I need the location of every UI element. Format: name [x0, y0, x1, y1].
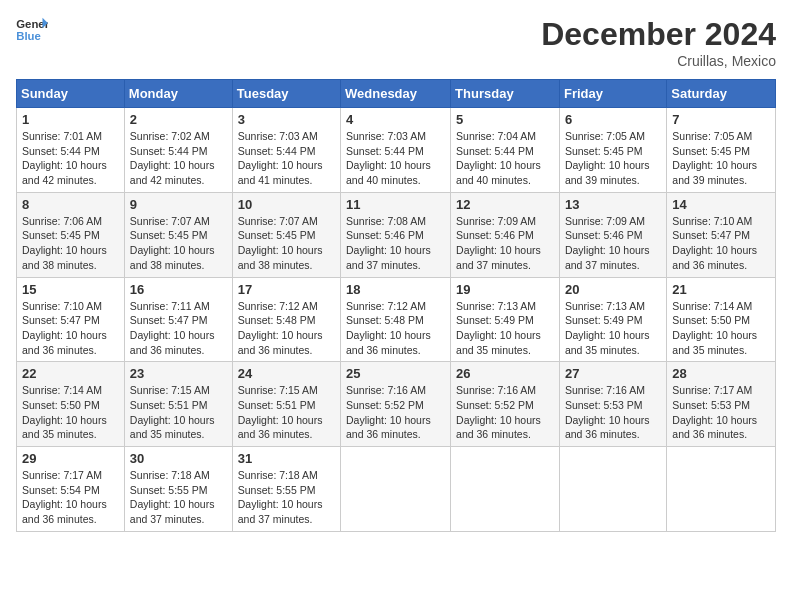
- day-info: Sunrise: 7:07 AM Sunset: 5:45 PM Dayligh…: [238, 214, 335, 273]
- sunrise-text: Sunrise: 7:18 AM: [130, 469, 210, 481]
- calendar-day-cell: 13 Sunrise: 7:09 AM Sunset: 5:46 PM Dayl…: [559, 192, 666, 277]
- calendar-day-cell: 18 Sunrise: 7:12 AM Sunset: 5:48 PM Dayl…: [341, 277, 451, 362]
- daylight-text: Daylight: 10 hours and 38 minutes.: [22, 244, 107, 271]
- day-number: 23: [130, 366, 227, 381]
- day-info: Sunrise: 7:14 AM Sunset: 5:50 PM Dayligh…: [672, 299, 770, 358]
- calendar-body: 1 Sunrise: 7:01 AM Sunset: 5:44 PM Dayli…: [17, 108, 776, 532]
- day-info: Sunrise: 7:04 AM Sunset: 5:44 PM Dayligh…: [456, 129, 554, 188]
- month-title: December 2024: [541, 16, 776, 53]
- sunrise-text: Sunrise: 7:09 AM: [565, 215, 645, 227]
- weekday-label: Thursday: [451, 80, 560, 108]
- day-number: 17: [238, 282, 335, 297]
- calendar-day-cell: 1 Sunrise: 7:01 AM Sunset: 5:44 PM Dayli…: [17, 108, 125, 193]
- calendar-day-cell: 17 Sunrise: 7:12 AM Sunset: 5:48 PM Dayl…: [232, 277, 340, 362]
- logo-icon: General Blue: [16, 16, 48, 44]
- sunset-text: Sunset: 5:48 PM: [346, 314, 424, 326]
- sunrise-text: Sunrise: 7:08 AM: [346, 215, 426, 227]
- sunset-text: Sunset: 5:53 PM: [672, 399, 750, 411]
- calendar-day-cell: 19 Sunrise: 7:13 AM Sunset: 5:49 PM Dayl…: [451, 277, 560, 362]
- calendar-day-cell: 25 Sunrise: 7:16 AM Sunset: 5:52 PM Dayl…: [341, 362, 451, 447]
- daylight-text: Daylight: 10 hours and 37 minutes.: [346, 244, 431, 271]
- day-number: 29: [22, 451, 119, 466]
- daylight-text: Daylight: 10 hours and 37 minutes.: [456, 244, 541, 271]
- sunrise-text: Sunrise: 7:14 AM: [22, 384, 102, 396]
- day-info: Sunrise: 7:03 AM Sunset: 5:44 PM Dayligh…: [346, 129, 445, 188]
- daylight-text: Daylight: 10 hours and 41 minutes.: [238, 159, 323, 186]
- day-info: Sunrise: 7:16 AM Sunset: 5:53 PM Dayligh…: [565, 383, 661, 442]
- page-header: General Blue December 2024 Cruillas, Mex…: [16, 16, 776, 69]
- day-info: Sunrise: 7:18 AM Sunset: 5:55 PM Dayligh…: [238, 468, 335, 527]
- sunrise-text: Sunrise: 7:06 AM: [22, 215, 102, 227]
- daylight-text: Daylight: 10 hours and 35 minutes.: [565, 329, 650, 356]
- day-number: 26: [456, 366, 554, 381]
- sunrise-text: Sunrise: 7:18 AM: [238, 469, 318, 481]
- sunrise-text: Sunrise: 7:12 AM: [346, 300, 426, 312]
- day-info: Sunrise: 7:11 AM Sunset: 5:47 PM Dayligh…: [130, 299, 227, 358]
- day-info: Sunrise: 7:16 AM Sunset: 5:52 PM Dayligh…: [456, 383, 554, 442]
- day-number: 20: [565, 282, 661, 297]
- day-info: Sunrise: 7:03 AM Sunset: 5:44 PM Dayligh…: [238, 129, 335, 188]
- calendar-table: SundayMondayTuesdayWednesdayThursdayFrid…: [16, 79, 776, 532]
- day-number: 7: [672, 112, 770, 127]
- calendar-day-cell: 29 Sunrise: 7:17 AM Sunset: 5:54 PM Dayl…: [17, 447, 125, 532]
- day-info: Sunrise: 7:15 AM Sunset: 5:51 PM Dayligh…: [130, 383, 227, 442]
- day-info: Sunrise: 7:17 AM Sunset: 5:54 PM Dayligh…: [22, 468, 119, 527]
- daylight-text: Daylight: 10 hours and 36 minutes.: [130, 329, 215, 356]
- location: Cruillas, Mexico: [541, 53, 776, 69]
- daylight-text: Daylight: 10 hours and 35 minutes.: [22, 414, 107, 441]
- calendar-day-cell: 6 Sunrise: 7:05 AM Sunset: 5:45 PM Dayli…: [559, 108, 666, 193]
- sunset-text: Sunset: 5:44 PM: [346, 145, 424, 157]
- svg-text:Blue: Blue: [16, 30, 41, 42]
- day-info: Sunrise: 7:18 AM Sunset: 5:55 PM Dayligh…: [130, 468, 227, 527]
- daylight-text: Daylight: 10 hours and 36 minutes.: [456, 414, 541, 441]
- calendar-day-cell: [341, 447, 451, 532]
- day-number: 6: [565, 112, 661, 127]
- day-info: Sunrise: 7:01 AM Sunset: 5:44 PM Dayligh…: [22, 129, 119, 188]
- daylight-text: Daylight: 10 hours and 37 minutes.: [130, 498, 215, 525]
- sunrise-text: Sunrise: 7:16 AM: [456, 384, 536, 396]
- daylight-text: Daylight: 10 hours and 40 minutes.: [346, 159, 431, 186]
- sunrise-text: Sunrise: 7:11 AM: [130, 300, 210, 312]
- calendar-day-cell: [451, 447, 560, 532]
- daylight-text: Daylight: 10 hours and 42 minutes.: [130, 159, 215, 186]
- daylight-text: Daylight: 10 hours and 37 minutes.: [238, 498, 323, 525]
- weekday-label: Tuesday: [232, 80, 340, 108]
- calendar-week-row: 29 Sunrise: 7:17 AM Sunset: 5:54 PM Dayl…: [17, 447, 776, 532]
- sunrise-text: Sunrise: 7:10 AM: [22, 300, 102, 312]
- sunrise-text: Sunrise: 7:12 AM: [238, 300, 318, 312]
- sunrise-text: Sunrise: 7:13 AM: [565, 300, 645, 312]
- title-block: December 2024 Cruillas, Mexico: [541, 16, 776, 69]
- day-info: Sunrise: 7:05 AM Sunset: 5:45 PM Dayligh…: [672, 129, 770, 188]
- daylight-text: Daylight: 10 hours and 38 minutes.: [238, 244, 323, 271]
- sunset-text: Sunset: 5:44 PM: [22, 145, 100, 157]
- sunset-text: Sunset: 5:50 PM: [672, 314, 750, 326]
- calendar-day-cell: 8 Sunrise: 7:06 AM Sunset: 5:45 PM Dayli…: [17, 192, 125, 277]
- daylight-text: Daylight: 10 hours and 36 minutes.: [672, 414, 757, 441]
- daylight-text: Daylight: 10 hours and 36 minutes.: [346, 414, 431, 441]
- calendar-day-cell: 5 Sunrise: 7:04 AM Sunset: 5:44 PM Dayli…: [451, 108, 560, 193]
- calendar-day-cell: 7 Sunrise: 7:05 AM Sunset: 5:45 PM Dayli…: [667, 108, 776, 193]
- calendar-day-cell: 31 Sunrise: 7:18 AM Sunset: 5:55 PM Dayl…: [232, 447, 340, 532]
- day-number: 16: [130, 282, 227, 297]
- daylight-text: Daylight: 10 hours and 36 minutes.: [346, 329, 431, 356]
- sunset-text: Sunset: 5:44 PM: [130, 145, 208, 157]
- day-number: 22: [22, 366, 119, 381]
- calendar-week-row: 8 Sunrise: 7:06 AM Sunset: 5:45 PM Dayli…: [17, 192, 776, 277]
- sunset-text: Sunset: 5:48 PM: [238, 314, 316, 326]
- day-number: 11: [346, 197, 445, 212]
- day-info: Sunrise: 7:16 AM Sunset: 5:52 PM Dayligh…: [346, 383, 445, 442]
- sunrise-text: Sunrise: 7:17 AM: [22, 469, 102, 481]
- calendar-day-cell: 27 Sunrise: 7:16 AM Sunset: 5:53 PM Dayl…: [559, 362, 666, 447]
- day-info: Sunrise: 7:12 AM Sunset: 5:48 PM Dayligh…: [238, 299, 335, 358]
- day-number: 19: [456, 282, 554, 297]
- sunset-text: Sunset: 5:45 PM: [565, 145, 643, 157]
- calendar-day-cell: [559, 447, 666, 532]
- sunset-text: Sunset: 5:50 PM: [22, 399, 100, 411]
- day-number: 30: [130, 451, 227, 466]
- sunset-text: Sunset: 5:49 PM: [456, 314, 534, 326]
- calendar-day-cell: 10 Sunrise: 7:07 AM Sunset: 5:45 PM Dayl…: [232, 192, 340, 277]
- day-number: 1: [22, 112, 119, 127]
- daylight-text: Daylight: 10 hours and 36 minutes.: [238, 414, 323, 441]
- day-number: 25: [346, 366, 445, 381]
- sunrise-text: Sunrise: 7:07 AM: [130, 215, 210, 227]
